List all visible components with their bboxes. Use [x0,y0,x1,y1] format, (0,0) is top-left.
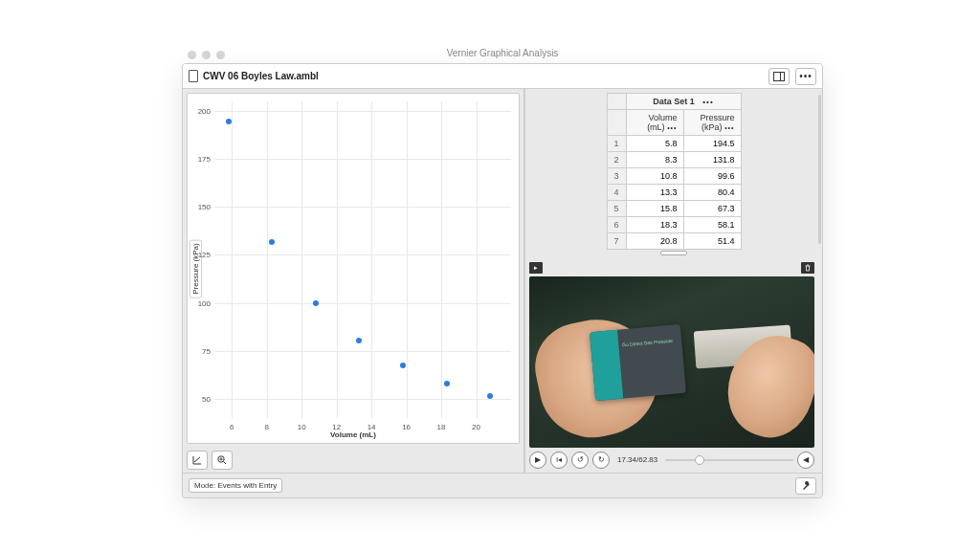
data-point[interactable] [313,300,319,306]
document-icon[interactable] [189,70,198,82]
app-window: CWV 06 Boyles Law.ambl ••• Pressure (kPa… [182,63,823,498]
cell-pressure[interactable]: 131.8 [683,152,741,168]
row-index: 2 [607,152,626,168]
more-icon: ••• [799,71,813,81]
mute-button[interactable]: ◀ [797,452,814,469]
cell-volume[interactable]: 5.8 [626,136,683,152]
x-tick: 18 [437,423,446,431]
more-menu-button[interactable]: ••• [795,68,816,85]
y-tick: 175 [193,155,211,164]
table-row[interactable]: 618.358.1 [607,217,741,233]
layout-button[interactable] [768,68,790,85]
step-back-button[interactable]: ↺ [571,452,589,469]
video-expand-button[interactable]: ▸ [529,262,543,274]
row-index: 1 [607,136,626,152]
graph-pane: Pressure (kPa) 5075100125150175200681012… [183,89,525,473]
table-row[interactable]: 15.8194.5 [607,136,741,152]
column-menu-icon[interactable]: ••• [667,124,677,131]
data-point[interactable] [356,338,362,343]
data-point[interactable] [444,381,450,386]
cell-volume[interactable]: 13.3 [626,185,683,201]
window-title: Vernier Graphical Analysis [182,48,823,58]
table-row[interactable]: 515.867.3 [607,201,741,217]
cell-pressure[interactable]: 80.4 [683,185,741,201]
cell-pressure[interactable]: 51.4 [683,233,741,250]
video-viewport[interactable]: Go Direct Gas Pressure [529,276,814,448]
video-delete-button[interactable] [801,262,814,274]
right-pane: Data Set 1 ••• Volume (mL) ••• Pressure … [525,89,822,473]
row-index: 6 [607,217,626,233]
x-axis-label[interactable]: Volume (mL) [330,430,376,439]
x-tick: 6 [230,423,234,431]
x-tick: 20 [472,423,480,431]
skip-back-button[interactable]: I◂ [550,452,568,469]
play-button[interactable]: ▶ [529,452,546,469]
table-scrollbar[interactable] [818,95,821,244]
cell-pressure[interactable]: 194.5 [683,136,741,152]
mode-indicator[interactable]: Mode: Events with Entry [189,478,282,493]
cell-pressure[interactable]: 99.6 [683,168,741,185]
table-row[interactable]: 310.899.6 [607,168,741,185]
video-timecode: 17.34/62.83 [617,455,657,464]
settings-button[interactable] [795,477,816,495]
cell-volume[interactable]: 20.8 [626,233,683,250]
pane-splitter[interactable] [525,250,822,257]
graph-controls [183,448,523,473]
x-tick: 10 [298,423,306,431]
splitter-handle-icon[interactable] [660,251,687,255]
y-axis-label[interactable]: Pressure (kPa) [189,239,202,298]
row-index: 4 [607,185,626,201]
x-tick: 16 [402,423,411,431]
data-point[interactable] [226,119,232,124]
cell-volume[interactable]: 15.8 [626,201,683,217]
video-content: Go Direct Gas Pressure [590,324,686,401]
table-row[interactable]: 28.3131.8 [607,152,741,168]
y-tick: 150 [193,203,211,211]
graph-tools-button[interactable] [187,451,208,470]
toolbar: CWV 06 Boyles Law.ambl ••• [183,64,822,89]
data-point[interactable] [269,239,275,245]
plot-canvas[interactable]: 507510012515017520068101214161820 [214,101,511,418]
data-table-panel: Data Set 1 ••• Volume (mL) ••• Pressure … [525,89,822,250]
dataset-title[interactable]: Data Set 1 [653,97,695,106]
column-menu-icon[interactable]: ••• [724,124,734,131]
cell-volume[interactable]: 10.8 [626,168,683,185]
step-forward-button[interactable]: ↻ [592,452,610,469]
row-index: 3 [607,168,626,185]
data-point[interactable] [400,363,406,368]
cell-volume[interactable]: 18.3 [626,217,683,233]
video-scrubber[interactable] [665,459,793,461]
y-tick: 125 [193,251,211,259]
data-point[interactable] [487,393,493,399]
table-row[interactable]: 413.380.4 [607,185,741,201]
footer: Mode: Events with Entry [183,473,822,497]
zoom-button[interactable] [212,451,233,470]
scrubber-thumb[interactable] [695,455,704,465]
graph-area[interactable]: Pressure (kPa) 5075100125150175200681012… [187,93,520,444]
workspace: Pressure (kPa) 5075100125150175200681012… [183,89,822,473]
cell-pressure[interactable]: 67.3 [683,201,741,217]
layout-icon [773,72,785,81]
video-panel: ▸ Go Direct Gas Pressure ▶ I◂ ↺ ↻ 17.34/… [525,257,822,473]
y-tick: 200 [193,107,211,116]
row-index: 7 [607,233,626,250]
file-name[interactable]: CWV 06 Boyles Law.ambl [203,71,319,81]
x-tick: 8 [264,423,268,431]
cell-pressure[interactable]: 58.1 [683,217,741,233]
data-table[interactable]: Data Set 1 ••• Volume (mL) ••• Pressure … [607,93,742,250]
cell-volume[interactable]: 8.3 [626,152,683,168]
y-tick: 75 [193,346,211,355]
table-row[interactable]: 720.851.4 [607,233,741,250]
row-index: 5 [607,201,626,217]
dataset-menu-icon[interactable]: ••• [702,98,713,106]
video-controls: ▶ I◂ ↺ ↻ 17.34/62.83 ◀ [529,448,814,469]
y-tick: 100 [193,298,211,307]
y-tick: 50 [193,394,211,403]
